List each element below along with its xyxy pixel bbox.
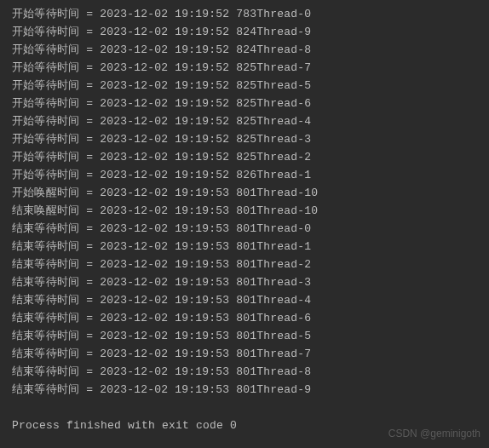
log-time: 19:19:52 <box>175 151 229 164</box>
log-time: 19:19:52 <box>175 133 229 146</box>
log-thread: Thread-2 <box>256 258 311 271</box>
log-ms: 801 <box>236 330 256 342</box>
log-label: 开始唤醒时间 <box>12 187 79 199</box>
console-line: 结束等待时间 = 2023-12-02 19:19:53 801Thread-3 <box>12 273 489 291</box>
log-ms: 801 <box>236 258 256 271</box>
log-separator: = <box>79 151 100 164</box>
log-time: 19:19:53 <box>175 204 229 217</box>
log-separator: = <box>79 26 100 38</box>
log-time: 19:19:53 <box>175 347 229 360</box>
log-label: 结束等待时间 <box>12 365 79 378</box>
log-separator: = <box>79 204 100 217</box>
log-separator: = <box>79 97 100 110</box>
console-line: 开始等待时间 = 2023-12-02 19:19:52 825Thread-7 <box>12 59 489 77</box>
log-thread: Thread-0 <box>256 8 311 20</box>
watermark: CSDN @geminigoth <box>388 425 480 443</box>
log-separator: = <box>79 276 100 289</box>
log-label: 开始等待时间 <box>12 97 79 110</box>
log-ms: 825 <box>236 79 256 92</box>
log-separator: = <box>79 312 100 325</box>
log-ms: 825 <box>236 133 256 146</box>
log-time: 19:19:52 <box>175 8 229 20</box>
log-separator: = <box>79 8 100 20</box>
log-date: 2023-12-02 <box>100 97 168 110</box>
log-time: 19:19:52 <box>175 43 229 56</box>
log-separator: = <box>79 383 100 396</box>
log-thread: Thread-3 <box>256 276 311 289</box>
log-ms: 801 <box>236 365 256 378</box>
log-thread: Thread-8 <box>256 365 311 378</box>
log-separator: = <box>79 222 100 235</box>
log-time: 19:19:52 <box>175 115 229 128</box>
log-separator: = <box>79 330 100 342</box>
log-ms: 801 <box>236 240 256 253</box>
log-thread: Thread-10 <box>256 204 318 217</box>
log-label: 开始等待时间 <box>12 61 79 74</box>
log-date: 2023-12-02 <box>100 133 168 146</box>
log-separator: = <box>79 240 100 253</box>
log-date: 2023-12-02 <box>100 115 168 128</box>
log-label: 开始等待时间 <box>12 169 79 181</box>
log-ms: 825 <box>236 151 256 164</box>
console-line: 结束等待时间 = 2023-12-02 19:19:53 801Thread-4 <box>12 291 489 309</box>
log-ms: 801 <box>236 294 256 307</box>
log-thread: Thread-7 <box>256 347 311 360</box>
log-date: 2023-12-02 <box>100 312 168 325</box>
log-time: 19:19:53 <box>175 187 229 199</box>
console-line: 开始等待时间 = 2023-12-02 19:19:52 783Thread-0 <box>12 5 489 23</box>
log-time: 19:19:53 <box>175 365 229 378</box>
log-time: 19:19:53 <box>175 312 229 325</box>
console-line: 结束等待时间 = 2023-12-02 19:19:53 801Thread-7 <box>12 345 489 363</box>
log-date: 2023-12-02 <box>100 169 168 181</box>
console-line: 结束等待时间 = 2023-12-02 19:19:53 801Thread-0 <box>12 220 489 238</box>
log-time: 19:19:53 <box>175 294 229 307</box>
log-date: 2023-12-02 <box>100 204 168 217</box>
log-separator: = <box>79 187 100 199</box>
log-date: 2023-12-02 <box>100 8 168 20</box>
log-ms: 824 <box>236 43 256 56</box>
log-label: 结束唤醒时间 <box>12 204 79 217</box>
log-date: 2023-12-02 <box>100 222 168 235</box>
log-ms: 826 <box>236 169 256 181</box>
log-separator: = <box>79 133 100 146</box>
log-ms: 801 <box>236 187 256 199</box>
log-separator: = <box>79 365 100 378</box>
log-label: 开始等待时间 <box>12 43 79 56</box>
log-date: 2023-12-02 <box>100 151 168 164</box>
log-thread: Thread-4 <box>256 294 311 307</box>
log-time: 19:19:52 <box>175 61 229 74</box>
log-label: 结束等待时间 <box>12 294 79 307</box>
log-ms: 801 <box>236 204 256 217</box>
console-line: 结束等待时间 = 2023-12-02 19:19:53 801Thread-6 <box>12 309 489 327</box>
log-ms: 801 <box>236 347 256 360</box>
log-label: 开始等待时间 <box>12 8 79 20</box>
log-time: 19:19:53 <box>175 276 229 289</box>
log-separator: = <box>79 79 100 92</box>
log-thread: Thread-10 <box>256 187 318 199</box>
log-time: 19:19:53 <box>175 258 229 271</box>
log-separator: = <box>79 169 100 181</box>
log-date: 2023-12-02 <box>100 43 168 56</box>
log-ms: 783 <box>236 8 256 20</box>
log-thread: Thread-1 <box>256 240 311 253</box>
log-ms: 801 <box>236 276 256 289</box>
log-date: 2023-12-02 <box>100 365 168 378</box>
console-line: 开始等待时间 = 2023-12-02 19:19:52 825Thread-2 <box>12 148 489 166</box>
log-ms: 801 <box>236 383 256 396</box>
log-label: 结束等待时间 <box>12 312 79 325</box>
console-line: 开始唤醒时间 = 2023-12-02 19:19:53 801Thread-1… <box>12 184 489 202</box>
console-line: 开始等待时间 = 2023-12-02 19:19:52 825Thread-5 <box>12 77 489 95</box>
log-date: 2023-12-02 <box>100 330 168 342</box>
blank-line <box>12 399 489 416</box>
log-date: 2023-12-02 <box>100 258 168 271</box>
log-thread: Thread-6 <box>256 312 311 325</box>
log-thread: Thread-9 <box>256 383 311 396</box>
log-date: 2023-12-02 <box>100 347 168 360</box>
log-date: 2023-12-02 <box>100 61 168 74</box>
log-thread: Thread-0 <box>256 222 311 235</box>
log-thread: Thread-5 <box>256 79 311 92</box>
log-separator: = <box>79 115 100 128</box>
log-separator: = <box>79 347 100 360</box>
log-label: 开始等待时间 <box>12 151 79 164</box>
console-output: 开始等待时间 = 2023-12-02 19:19:52 783Thread-0… <box>12 5 489 434</box>
